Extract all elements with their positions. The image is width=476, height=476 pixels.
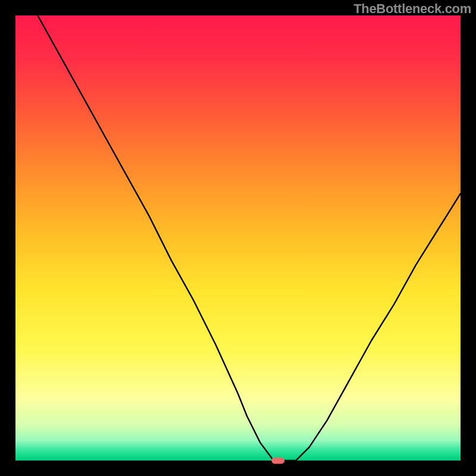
optimal-marker bbox=[271, 458, 284, 464]
watermark-text: TheBottleneck.com bbox=[353, 1, 471, 17]
bottleneck-chart bbox=[0, 0, 476, 476]
chart-wrapper: TheBottleneck.com bbox=[0, 0, 476, 476]
